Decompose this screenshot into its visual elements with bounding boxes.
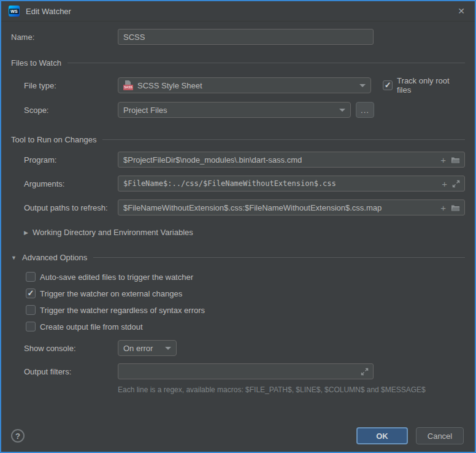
chevron-down-icon — [359, 84, 366, 87]
output-paths-input[interactable] — [118, 199, 465, 215]
program-label: Program: — [11, 155, 118, 165]
advanced-options-toggle[interactable]: Advanced Options — [22, 253, 87, 262]
scope-label: Scope: — [11, 106, 118, 115]
syntax-errors-checkbox[interactable]: ✓ — [26, 305, 36, 315]
program-input[interactable] — [118, 152, 465, 168]
insert-macro-icon[interactable]: + — [442, 179, 447, 188]
external-changes-checkbox[interactable]: ✓ — [26, 288, 36, 298]
track-root-files-checkbox[interactable]: ✓ — [383, 80, 393, 90]
insert-macro-icon[interactable]: + — [440, 203, 446, 212]
insert-macro-icon[interactable]: + — [440, 155, 446, 165]
arguments-label: Arguments: — [11, 179, 118, 188]
section-divider — [93, 257, 465, 258]
collapsed-arrow-icon: ▶ — [24, 230, 33, 236]
external-changes-label: Trigger the watcher on external changes — [40, 289, 182, 298]
scope-browse-button[interactable]: ... — [356, 102, 374, 118]
output-paths-label: Output paths to refresh: — [11, 203, 118, 212]
scope-value: Project Files — [123, 106, 167, 115]
output-filters-input[interactable] — [118, 363, 374, 379]
scss-file-icon: SASS — [123, 80, 133, 90]
title-bar: WS Edit Watcher ✕ — [1, 1, 475, 21]
file-type-label: File type: — [11, 81, 118, 90]
ok-button[interactable]: OK — [356, 427, 408, 444]
output-filters-label: Output filters: — [11, 367, 118, 376]
app-badge-text: WS — [9, 9, 18, 14]
stdout-checkbox[interactable]: ✓ — [26, 322, 36, 331]
browse-folder-icon[interactable] — [451, 156, 460, 164]
help-button[interactable]: ? — [11, 429, 25, 443]
section-divider — [67, 63, 465, 63]
auto-save-label: Auto-save edited files to trigger the wa… — [40, 273, 193, 282]
syntax-errors-label: Trigger the watcher regardless of syntax… — [40, 306, 205, 315]
browse-folder-icon[interactable] — [451, 204, 460, 212]
expand-field-icon[interactable] — [452, 180, 460, 188]
file-type-value: SCSS Style Sheet — [137, 81, 202, 90]
arguments-input[interactable] — [118, 176, 465, 192]
tool-section-title: Tool to Run on Changes — [11, 135, 96, 144]
working-directory-toggle[interactable]: Working Directory and Environment Variab… — [33, 228, 193, 237]
show-console-value: On error — [123, 344, 153, 353]
track-root-files-label: Track only root files — [397, 76, 465, 95]
cancel-button[interactable]: Cancel — [416, 427, 464, 444]
section-divider — [102, 139, 465, 140]
close-icon[interactable]: ✕ — [455, 6, 467, 17]
show-console-label: Show console: — [11, 344, 118, 353]
show-console-dropdown[interactable]: On error — [118, 340, 177, 356]
auto-save-checkbox[interactable]: ✓ — [26, 272, 36, 282]
name-input[interactable] — [118, 29, 374, 45]
dialog-title: Edit Watcher — [26, 7, 71, 16]
scope-dropdown[interactable]: Project Files — [118, 102, 351, 118]
webstorm-app-icon: WS — [9, 6, 20, 17]
edit-watcher-dialog: WS Edit Watcher ✕ Name: Files to Watch F… — [0, 0, 476, 453]
expand-field-icon[interactable] — [361, 368, 369, 376]
chevron-down-icon — [339, 109, 345, 112]
check-icon: ✓ — [28, 289, 34, 297]
expanded-arrow-icon[interactable]: ▼ — [11, 255, 22, 261]
chevron-down-icon — [165, 347, 171, 350]
name-label: Name: — [11, 33, 118, 42]
files-to-watch-section-title: Files to Watch — [11, 58, 61, 68]
file-type-dropdown[interactable]: SASS SCSS Style Sheet — [118, 77, 371, 93]
output-filters-hint: Each line is a regex, available macros: … — [118, 385, 426, 394]
stdout-label: Create output file from stdout — [40, 322, 143, 331]
dialog-footer: ? OK Cancel — [1, 420, 475, 452]
check-icon: ✓ — [385, 81, 391, 89]
